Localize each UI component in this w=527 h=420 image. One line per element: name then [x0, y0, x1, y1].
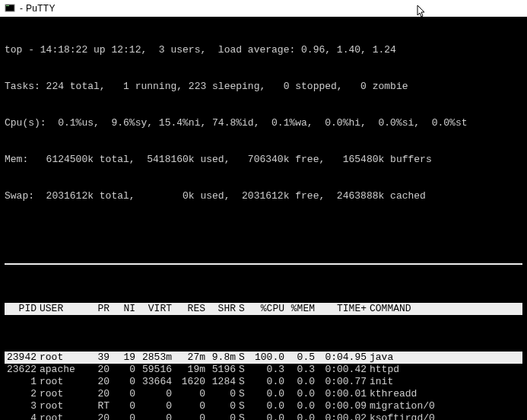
cell-s: S	[239, 364, 249, 376]
process-row: 4root200000S0.00.00:00.02ksoftirqd/0	[5, 412, 522, 420]
cell-pr: 20	[87, 388, 110, 400]
cell-mem: 0.0	[287, 400, 315, 412]
cell-pr: 20	[87, 376, 110, 388]
col-command: COMMAND	[370, 303, 522, 315]
cell-ni: 0	[113, 364, 135, 376]
cell-cpu: 100.0	[252, 352, 284, 364]
cell-command: ksoftirqd/0	[370, 412, 522, 420]
cell-res: 1620	[175, 376, 205, 388]
cell-shr: 0	[208, 388, 236, 400]
terminal-output[interactable]: top - 14:18:22 up 12:12, 3 users, load a…	[0, 17, 527, 420]
cell-mem: 0.0	[287, 388, 315, 400]
process-row: 1root2003366416201284S0.00.00:00.77init	[5, 376, 522, 388]
cell-shr: 9.8m	[208, 352, 236, 364]
cell-shr: 1284	[208, 376, 236, 388]
col-ni: NI	[113, 303, 135, 315]
cell-res: 0	[175, 388, 205, 400]
cell-virt: 33664	[138, 376, 172, 388]
cell-pr: 20	[87, 364, 110, 376]
cell-shr: 5196	[208, 364, 236, 376]
top-summary-line-4: Mem: 6124500k total, 5418160k used, 7063…	[5, 154, 522, 166]
cell-s: S	[239, 400, 249, 412]
svg-rect-2	[6, 5, 9, 6]
process-row: 23942root39192853m27m9.8mS100.00.50:04.9…	[5, 352, 522, 364]
cell-ni: 0	[113, 400, 135, 412]
cell-cpu: 0.0	[252, 400, 284, 412]
window-title: - PuTTY	[20, 3, 56, 14]
process-row: 2root200000S0.00.00:00.01kthreadd	[5, 388, 522, 400]
cell-mem: 0.5	[287, 352, 315, 364]
cell-shr: 0	[208, 400, 236, 412]
cell-time: 0:00.09	[318, 400, 367, 412]
cell-virt: 2853m	[138, 352, 172, 364]
cell-virt: 0	[138, 388, 172, 400]
cell-ni: 0	[113, 412, 135, 420]
cell-pr: RT	[87, 400, 110, 412]
cell-ni: 19	[113, 352, 135, 364]
mouse-cursor-icon	[417, 5, 427, 18]
cell-mem: 0.0	[287, 376, 315, 388]
top-summary-line-2: Tasks: 224 total, 1 running, 223 sleepin…	[5, 81, 522, 93]
process-table-body: 23942root39192853m27m9.8mS100.00.50:04.9…	[5, 352, 522, 420]
cell-cpu: 0.0	[252, 388, 284, 400]
cell-res: 27m	[175, 352, 205, 364]
window-titlebar[interactable]: - PuTTY	[0, 0, 527, 17]
cell-pid: 1	[5, 376, 37, 388]
cell-time: 0:04.95	[318, 352, 367, 364]
cell-ni: 0	[113, 376, 135, 388]
cell-mem: 0.0	[287, 412, 315, 420]
cell-res: 19m	[175, 364, 205, 376]
top-summary-line-3: Cpu(s): 0.1%us, 9.6%sy, 15.4%ni, 74.8%id…	[5, 117, 522, 129]
cell-user: root	[40, 400, 84, 412]
cell-pid: 4	[5, 412, 37, 420]
header-separator	[5, 263, 522, 265]
cell-time: 0:00.01	[318, 388, 367, 400]
cell-pid: 23942	[5, 352, 37, 364]
col-cpu: %CPU	[252, 303, 284, 315]
cell-time: 0:00.42	[318, 364, 367, 376]
cell-mem: 0.3	[287, 364, 315, 376]
cell-pid: 3	[5, 400, 37, 412]
cell-pr: 20	[87, 412, 110, 420]
cell-command: init	[370, 376, 522, 388]
cell-s: S	[239, 412, 249, 420]
cell-cpu: 0.0	[252, 376, 284, 388]
cell-res: 0	[175, 412, 205, 420]
cell-user: root	[40, 412, 84, 420]
cell-cpu: 0.0	[252, 412, 284, 420]
cell-command: httpd	[370, 364, 522, 376]
top-summary-line-5: Swap: 2031612k total, 0k used, 2031612k …	[5, 190, 522, 202]
cell-command: java	[370, 352, 522, 364]
process-row: 23622apache2005951619m5196S0.30.30:00.42…	[5, 364, 522, 376]
cell-res: 0	[175, 400, 205, 412]
col-user: USER	[40, 303, 84, 315]
cell-command: kthreadd	[370, 388, 522, 400]
cell-shr: 0	[208, 412, 236, 420]
top-summary-line-1: top - 14:18:22 up 12:12, 3 users, load a…	[5, 44, 522, 56]
col-pr: PR	[87, 303, 110, 315]
cell-pid: 2	[5, 388, 37, 400]
cell-user: root	[40, 388, 84, 400]
col-shr: SHR	[208, 303, 236, 315]
col-mem: %MEM	[287, 303, 315, 315]
cell-user: apache	[40, 364, 84, 376]
process-table-header: PID USER PR NI VIRT RES SHR S %CPU %MEM …	[5, 303, 522, 315]
cell-time: 0:00.77	[318, 376, 367, 388]
cell-command: migration/0	[370, 400, 522, 412]
putty-icon	[5, 3, 15, 14]
cell-ni: 0	[113, 388, 135, 400]
cell-virt: 0	[138, 400, 172, 412]
process-row: 3rootRT0000S0.00.00:00.09migration/0	[5, 400, 522, 412]
cell-pr: 39	[87, 352, 110, 364]
col-res: RES	[175, 303, 205, 315]
col-time: TIME+	[318, 303, 367, 315]
cell-s: S	[239, 352, 249, 364]
cell-user: root	[40, 376, 84, 388]
cell-cpu: 0.3	[252, 364, 284, 376]
cell-s: S	[239, 388, 249, 400]
col-pid: PID	[5, 303, 37, 315]
col-virt: VIRT	[138, 303, 172, 315]
cell-user: root	[40, 352, 84, 364]
cell-pid: 23622	[5, 364, 37, 376]
col-s: S	[239, 303, 249, 315]
